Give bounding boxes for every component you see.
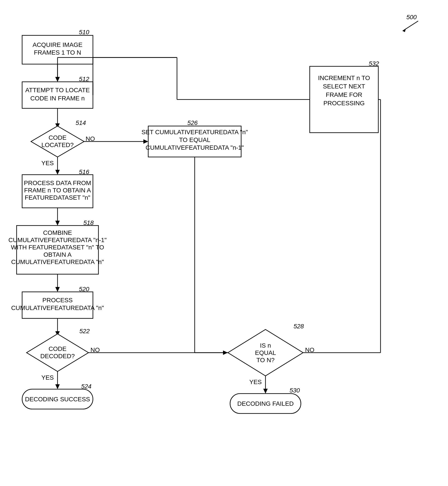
node-512-label2: CODE IN FRAME n	[30, 95, 85, 102]
node-510-id: 510	[79, 29, 89, 36]
yes-514: YES	[41, 160, 54, 166]
yes-528: YES	[249, 378, 262, 385]
node-522-label2: DECODED?	[40, 353, 75, 360]
svg-marker-33	[55, 77, 60, 82]
node-532-label2: SELECT NEXT	[323, 83, 365, 90]
node-518-id: 518	[83, 219, 94, 226]
node-528-label3: TO N?	[256, 357, 275, 363]
node-532-label3: FRAME FOR	[326, 91, 362, 98]
node-510-label2: FRAMES 1 TO N	[34, 49, 81, 56]
node-516-id: 516	[79, 168, 89, 175]
diagram-ref: 500	[406, 14, 417, 21]
node-516-label2: FRAME n TO OBTAIN A	[24, 187, 91, 194]
node-522-id: 522	[80, 328, 90, 335]
node-518-label1: COMBINE	[43, 229, 72, 236]
node-530-id: 530	[290, 387, 300, 394]
node-528-id: 528	[294, 323, 304, 330]
node-512-id: 512	[79, 76, 89, 82]
node-510-label: ACQUIRE IMAGE	[32, 41, 82, 48]
node-516-label3: FEATUREDATASET "n"	[25, 194, 90, 201]
node-524-label: DECODING SUCCESS	[25, 396, 90, 403]
node-518-label3: WITH FEATUREDATASET "n" TO	[11, 244, 104, 251]
node-530-label: DECODING FAILED	[237, 400, 294, 407]
svg-marker-21	[263, 389, 268, 394]
node-532-label4: PROCESSING	[323, 100, 365, 107]
node-528-label1: IS n	[260, 342, 271, 349]
node-532-id: 532	[369, 60, 379, 67]
node-514-id: 514	[76, 119, 86, 126]
svg-marker-11	[55, 221, 60, 226]
node-518-label5: CUMULATIVEFEATUREDATA "n"	[11, 259, 104, 265]
svg-marker-13	[55, 287, 60, 292]
node-528-label2: EQUAL	[255, 349, 276, 356]
svg-marker-1	[403, 28, 406, 32]
node-518-label2: CUMULATIVEFEATUREDATA "n-1"	[8, 237, 107, 243]
node-526-id: 526	[187, 119, 198, 126]
node-514-label2: LOCATED?	[41, 141, 74, 148]
node-532-label1: INCREMENT n TO	[318, 75, 370, 81]
node-520-label1: PROCESS	[42, 297, 73, 304]
node-524-id: 524	[81, 383, 92, 390]
svg-marker-7	[55, 170, 60, 175]
node-520-label2: CUMULATIVEFEATUREDATA "n"	[11, 305, 104, 311]
svg-marker-17	[55, 384, 60, 389]
yes-522: YES	[41, 374, 54, 381]
node-514-label1: CODE	[49, 134, 67, 141]
node-516-label1: PROCESS DATA FROM	[24, 180, 91, 186]
node-518-label4: OBTAIN A	[43, 251, 72, 258]
svg-marker-9	[143, 139, 148, 144]
node-520-id: 520	[79, 286, 89, 292]
node-522-label1: CODE	[49, 345, 67, 352]
node-526-label3: CUMULATIVEFEATUREDATA "n-1"	[145, 144, 244, 151]
node-526-label1: SET CUMULATIVEFEATUREDATA "n"	[142, 129, 248, 135]
svg-marker-36	[223, 351, 228, 355]
node-526-label2: TO EQUAL	[179, 136, 210, 143]
node-512-label1: ATTEMPT TO LOCATE	[25, 87, 90, 94]
